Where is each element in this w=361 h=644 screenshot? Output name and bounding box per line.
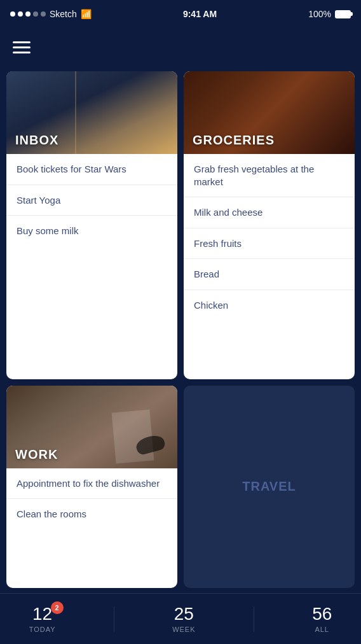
battery-icon [335, 10, 351, 18]
list-item[interactable]: Fresh fruits [184, 228, 355, 260]
groceries-label: GROCERIES [193, 133, 275, 148]
groceries-tasks: Grab fresh vegetables at the market Milk… [184, 154, 355, 320]
list-item[interactable]: Start Yoga [6, 185, 177, 216]
dot-4 [33, 11, 38, 17]
battery-percent: 100% [308, 9, 331, 19]
inbox-card: INBOX Book tickets for Star Wars Start Y… [6, 71, 177, 379]
signal-dots [10, 11, 46, 17]
status-right: 100% [308, 9, 351, 19]
wifi-icon: 📶 [81, 9, 92, 19]
hamburger-line-1 [13, 41, 31, 43]
today-count: 12 [32, 605, 52, 623]
tab-today[interactable]: 12 2 TODAY [29, 605, 56, 633]
week-label: WEEK [172, 626, 195, 633]
list-item[interactable]: Appointment to fix the dishwasher [6, 468, 177, 500]
status-time: 9:41 AM [183, 9, 217, 19]
tab-divider-2 [254, 606, 254, 632]
work-tasks: Appointment to fix the dishwasher Clean … [6, 468, 177, 529]
week-count: 25 [174, 605, 194, 623]
today-label: TODAY [29, 626, 56, 633]
dot-5 [41, 11, 46, 17]
groceries-card: GROCERIES Grab fresh vegetables at the m… [184, 71, 355, 379]
list-item[interactable]: Chicken [184, 290, 355, 321]
status-left: Sketch 📶 [10, 9, 92, 19]
hamburger-line-2 [13, 46, 31, 48]
inbox-label: INBOX [15, 133, 58, 148]
dot-1 [10, 11, 15, 17]
main-content: INBOX Book tickets for Star Wars Start Y… [0, 66, 361, 593]
list-item[interactable]: Buy some milk [6, 216, 177, 246]
list-item[interactable]: Grab fresh vegetables at the market [184, 154, 355, 197]
carrier-name: Sketch [50, 9, 77, 19]
work-image: WORK [6, 386, 177, 468]
all-count: 56 [312, 605, 332, 623]
tab-all[interactable]: 56 ALL [312, 605, 332, 633]
dot-2 [18, 11, 23, 17]
tab-divider-1 [114, 606, 114, 632]
work-label: WORK [15, 447, 58, 462]
all-label: ALL [315, 626, 329, 633]
battery-fill [336, 11, 350, 17]
list-item[interactable]: Bread [184, 259, 355, 290]
work-card: WORK Appointment to fix the dishwasher C… [6, 386, 177, 589]
hamburger-line-3 [13, 52, 31, 53]
list-item[interactable]: Clean the rooms [6, 499, 177, 529]
tab-week[interactable]: 25 WEEK [172, 605, 195, 633]
today-badge: 2 [51, 601, 64, 614]
list-item[interactable]: Book tickets for Star Wars [6, 154, 177, 185]
dot-3 [25, 11, 31, 17]
travel-label: TRAVEL [242, 479, 296, 494]
inbox-tasks: Book tickets for Star Wars Start Yoga Bu… [6, 154, 177, 246]
header [0, 28, 361, 66]
status-bar: Sketch 📶 9:41 AM 100% [0, 0, 361, 28]
tab-bar: 12 2 TODAY 25 WEEK 56 ALL [0, 593, 361, 644]
menu-button[interactable] [13, 41, 31, 53]
travel-card[interactable]: TRAVEL [184, 386, 355, 589]
list-item[interactable]: Milk and cheese [184, 197, 355, 228]
inbox-image: INBOX [6, 71, 177, 154]
groceries-image: GROCERIES [184, 71, 355, 154]
